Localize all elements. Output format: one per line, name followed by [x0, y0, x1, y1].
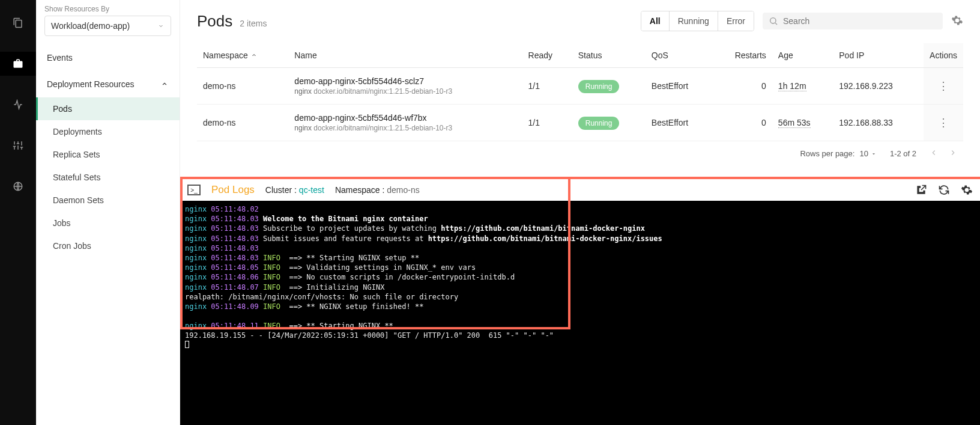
- svg-point-1: [770, 18, 776, 23]
- cell-age: 1h 12m: [772, 68, 833, 105]
- cell-ready: 1/1: [522, 105, 572, 141]
- log-title: Pod Logs: [211, 184, 255, 196]
- main: Pods 2 items AllRunningError: [180, 0, 980, 425]
- col-actions: Actions: [924, 43, 963, 68]
- log-panel: >_ Pod Logs Cluster : qc-test Namespace …: [180, 177, 980, 425]
- page-next[interactable]: [949, 148, 957, 159]
- cell-qos: BestEffort: [646, 68, 713, 105]
- log-header: >_ Pod Logs Cluster : qc-test Namespace …: [180, 179, 980, 201]
- sidebar-item-jobs[interactable]: Jobs: [36, 212, 180, 234]
- log-output[interactable]: nginx 05:11:48.02 nginx 05:11:48.03 Welc…: [180, 201, 980, 425]
- filter-label: Show Resources By: [36, 5, 180, 16]
- page-title: Pods: [197, 12, 232, 31]
- filter-all[interactable]: All: [641, 11, 669, 31]
- row-actions[interactable]: ⋮: [924, 68, 963, 105]
- nav-copy-icon[interactable]: [0, 11, 36, 35]
- cell-podip: 192.168.9.223: [833, 68, 924, 105]
- sidebar-item-deployments[interactable]: Deployments: [36, 120, 180, 143]
- search-box[interactable]: [763, 13, 943, 29]
- icon-rail: [0, 0, 36, 425]
- cell-name: demo-app-nginx-5cbf554d46-sclz7nginx doc…: [288, 68, 522, 105]
- sidebar-group-label: Deployment Resources: [47, 79, 135, 89]
- workload-select[interactable]: Workload(demo-app): [44, 16, 171, 36]
- item-count: 2 items: [240, 19, 267, 28]
- search-input[interactable]: [783, 16, 937, 26]
- nav-globe-icon[interactable]: [0, 174, 36, 198]
- cell-restarts: 0: [713, 68, 772, 105]
- table-row[interactable]: demo-nsdemo-app-nginx-5cbf554d46-sclz7ng…: [197, 68, 963, 105]
- refresh-icon[interactable]: [938, 184, 950, 196]
- col-age[interactable]: Age: [772, 43, 833, 68]
- page-prev[interactable]: [930, 148, 938, 159]
- cell-name: demo-app-nginx-5cbf554d46-wf7bxnginx doc…: [288, 105, 522, 141]
- chevron-up-icon: [160, 80, 169, 88]
- cell-status: Running: [572, 68, 646, 105]
- sidebar-item-cron-jobs[interactable]: Cron Jobs: [36, 234, 180, 257]
- cell-ready: 1/1: [522, 68, 572, 105]
- sidebar-item-stateful-sets[interactable]: Stateful Sets: [36, 166, 180, 189]
- col-namespace[interactable]: Namespace: [197, 43, 288, 68]
- kebab-icon: ⋮: [938, 117, 949, 129]
- namespace-value: demo-ns: [387, 185, 419, 195]
- sidebar-item-pods[interactable]: Pods: [36, 97, 180, 120]
- cell-age: 56m 53s: [772, 105, 833, 141]
- cell-namespace: demo-ns: [197, 105, 288, 141]
- sort-asc-icon: [250, 52, 258, 59]
- chevron-down-icon: [157, 22, 165, 29]
- col-podip[interactable]: Pod IP: [833, 43, 924, 68]
- sidebar: Show Resources By Workload(demo-app) Eve…: [36, 0, 180, 425]
- filter-error[interactable]: Error: [718, 11, 754, 31]
- cell-restarts: 0: [713, 105, 772, 141]
- page-range: 1-2 of 2: [890, 149, 916, 158]
- search-icon: [769, 16, 778, 26]
- status-filter-group: AllRunningError: [641, 11, 754, 31]
- log-settings-icon[interactable]: [961, 184, 973, 196]
- table-settings-button[interactable]: [951, 14, 963, 28]
- namespace-label: Namespace :: [335, 185, 384, 195]
- sidebar-group-deployment-resources[interactable]: Deployment Resources: [36, 71, 180, 97]
- filter-running[interactable]: Running: [669, 11, 718, 31]
- cell-namespace: demo-ns: [197, 68, 288, 105]
- workload-select-value: Workload(demo-app): [51, 21, 130, 31]
- sidebar-item-replica-sets[interactable]: Replica Sets: [36, 143, 180, 166]
- pods-table: Namespace Name Ready Status QoS Restarts…: [197, 43, 963, 141]
- cell-podip: 192.168.88.33: [833, 105, 924, 141]
- col-status[interactable]: Status: [572, 43, 646, 68]
- cluster-link[interactable]: qc-test: [299, 185, 324, 195]
- col-ready[interactable]: Ready: [522, 43, 572, 68]
- gear-icon: [951, 14, 963, 26]
- cell-qos: BestEffort: [646, 105, 713, 141]
- table-row[interactable]: demo-nsdemo-app-nginx-5cbf554d46-wf7bxng…: [197, 105, 963, 141]
- nav-workloads-icon[interactable]: [0, 52, 36, 76]
- cell-status: Running: [572, 105, 646, 141]
- open-external-icon[interactable]: [915, 184, 927, 196]
- col-name[interactable]: Name: [288, 43, 522, 68]
- rpp-select[interactable]: 10: [859, 149, 876, 158]
- nav-sliders-icon[interactable]: [0, 133, 36, 157]
- kebab-icon: ⋮: [938, 80, 949, 92]
- row-actions[interactable]: ⋮: [924, 105, 963, 141]
- rpp-label: Rows per page:: [800, 149, 854, 158]
- terminal-icon: >_: [187, 185, 201, 195]
- cluster-label: Cluster :: [265, 185, 297, 195]
- nav-activity-icon[interactable]: [0, 93, 36, 117]
- col-qos[interactable]: QoS: [646, 43, 713, 68]
- col-restarts[interactable]: Restarts: [713, 43, 772, 68]
- sidebar-item-events[interactable]: Events: [36, 44, 180, 71]
- caret-down-icon: [871, 151, 877, 157]
- sidebar-item-daemon-sets[interactable]: Daemon Sets: [36, 189, 180, 212]
- table-footer: Rows per page: 10 1-2 of 2: [197, 141, 963, 166]
